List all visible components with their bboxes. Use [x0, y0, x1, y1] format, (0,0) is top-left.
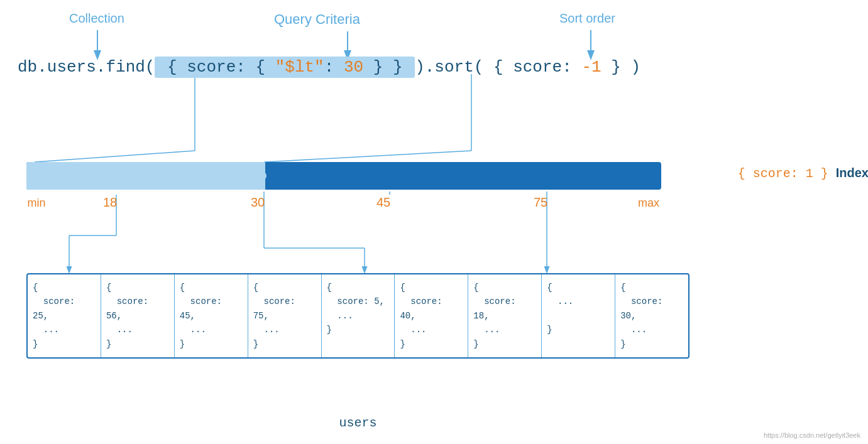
doc-text-4: { score: 5, ...}: [327, 281, 390, 337]
doc-cell-0: { score: 25, ...}: [28, 274, 101, 357]
index-label-75: 75: [534, 195, 547, 210]
code-string: "$lt": [275, 58, 324, 77]
code-number: 30: [344, 58, 363, 77]
code-highlight: { score: { "$lt": 30 } }: [155, 57, 415, 78]
doc-cell-5: { score: 40, ...}: [395, 274, 468, 357]
index-label-45: 45: [376, 195, 390, 210]
doc-text-6: { score: 18, ...}: [473, 281, 536, 351]
watermark: https://blog.csdn.net/getlyit3eek: [764, 431, 860, 439]
index-label-18: 18: [103, 195, 117, 210]
code-middle: ).sort( { score:: [415, 58, 581, 77]
doc-text-2: { score: 45, ...}: [180, 281, 243, 351]
code-minus: -1: [581, 58, 601, 77]
index-code: { score: 1 }: [738, 166, 828, 181]
doc-cell-3: { score: 75, ...}: [248, 274, 322, 357]
doc-cell-2: { score: 45, ...}: [175, 274, 248, 357]
index-label-30: 30: [251, 195, 265, 210]
doc-text-3: { score: 75, ...}: [253, 281, 316, 351]
index-word: Index: [836, 166, 868, 180]
doc-text-0: { score: 25, ...}: [33, 281, 96, 351]
doc-cell-6: { score: 18, ...}: [468, 274, 542, 357]
svg-line-7: [264, 151, 471, 162]
index-circle-min: [36, 171, 45, 180]
collection-name: users: [26, 416, 689, 430]
doc-text-7: { ... }: [547, 281, 610, 337]
index-annotation: { score: 1 } Index: [738, 166, 868, 181]
index-bar-light: [26, 162, 265, 190]
index-label-max: max: [638, 197, 659, 210]
documents-section: { score: 25, ...} { score: 56, ...} { sc…: [26, 273, 689, 359]
doc-cell-4: { score: 5, ...}: [322, 274, 395, 357]
index-circle-30: [258, 171, 266, 180]
sort-order-label: Sort order: [559, 11, 615, 26]
doc-text-1: { score: 56, ...}: [106, 281, 169, 351]
index-circle-18: [110, 171, 119, 180]
doc-cell-8: { score: 30, ...}: [615, 274, 688, 357]
index-label-min: min: [27, 197, 45, 210]
code-line: db.users.find( { score: { "$lt": 30 } } …: [18, 58, 640, 77]
code-suffix: } ): [602, 58, 640, 77]
collection-label: Collection: [69, 11, 124, 26]
main-container: Collection Query Criteria Sort order db.…: [0, 0, 868, 444]
code-prefix: db.users.find(: [18, 58, 155, 77]
index-bar-outer: min 18 30 45 75 max { score: 1 } Index: [26, 162, 661, 190]
query-criteria-label: Query Criteria: [274, 11, 360, 28]
doc-cell-1: { score: 56, ...}: [101, 274, 175, 357]
index-section: min 18 30 45 75 max { score: 1 } Index: [26, 162, 686, 190]
svg-line-5: [35, 151, 195, 162]
doc-text-8: { score: 30, ...}: [620, 281, 683, 351]
doc-cell-7: { ... }: [542, 274, 615, 357]
doc-text-5: { score: 40, ...}: [400, 281, 463, 351]
